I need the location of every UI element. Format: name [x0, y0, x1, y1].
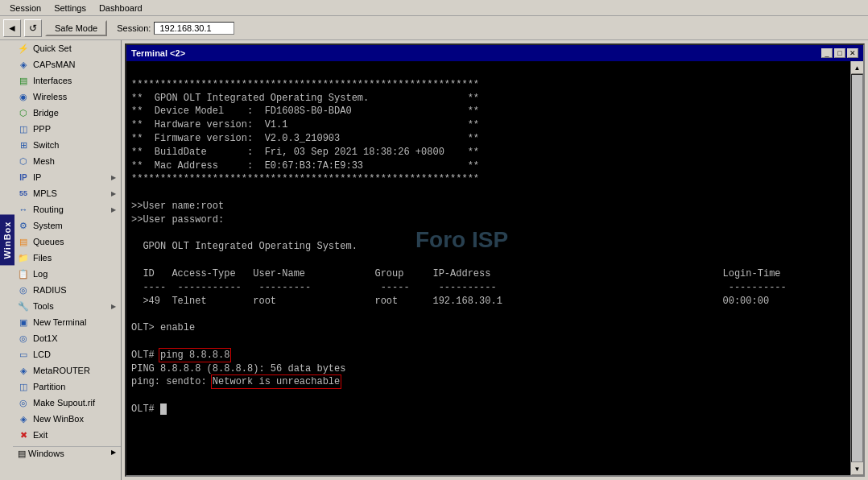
- terminal-body[interactable]: ****************************************…: [126, 61, 850, 475]
- wireless-icon: ◉: [18, 91, 29, 102]
- sidebar-item-new-winbox[interactable]: ◈ New WinBox: [13, 411, 121, 427]
- terminal-line-sendto: ping: sendto: Network is unreachable: [131, 376, 340, 387]
- toolbar: ◄ ↺ Safe Mode Session: 192.168.30.1: [0, 16, 868, 40]
- capsman-icon: ◈: [18, 59, 29, 70]
- windows-label: Windows: [28, 449, 64, 458]
- scroll-down-button[interactable]: ▼: [851, 462, 864, 475]
- sidebar-item-ip[interactable]: IP IP: [13, 169, 121, 185]
- queues-icon: ▤: [18, 236, 29, 247]
- sidebar-item-label: Tools: [33, 301, 54, 311]
- sidebar-item-metarouter[interactable]: ◈ MetaROUTER: [13, 362, 121, 379]
- terminal-line-olt-hash: OLT# ping 8.8.8.8: [131, 350, 229, 361]
- terminal-line-5: ** Firmware version: V2.0.3_210903 **: [131, 133, 479, 144]
- terminal-line-ping: PING 8.8.8.8 (8.8.8.8): 56 data bytes: [131, 363, 345, 374]
- sidebar-item-label: Switch: [33, 140, 59, 150]
- terminal-line-11: GPON OLT Integrated Operating System.: [131, 241, 358, 252]
- make-supout-icon: ◎: [18, 397, 29, 408]
- routing-icon: ↔: [18, 204, 29, 215]
- terminal-line-10: >>User password:: [131, 214, 224, 226]
- sidebar-item-label: Quick Set: [33, 43, 72, 53]
- sidebar-item-label: Files: [33, 253, 52, 263]
- terminal-window[interactable]: Terminal <2> _ □ ✕ *********************…: [125, 43, 865, 477]
- terminal-line-2: ** GPON OLT Integrated Operating System.…: [131, 93, 479, 104]
- terminal-line-enable: OLT> enable: [131, 322, 195, 333]
- sidebar-item-tools[interactable]: 🔧 Tools: [13, 298, 121, 314]
- sidebar-item-interfaces[interactable]: ▤ Interfaces: [13, 72, 121, 89]
- sidebar-item-label: New Terminal: [33, 317, 86, 327]
- forward-button[interactable]: ↺: [24, 19, 42, 37]
- terminal-line-7: ** Mac Address : E0:67:B3:7A:E9:33 **: [131, 160, 479, 172]
- files-icon: 📁: [18, 252, 29, 263]
- sidebar-item-label: MetaROUTER: [33, 366, 90, 375]
- sidebar-item-wireless[interactable]: ◉ Wireless: [13, 89, 121, 105]
- terminal-line-8: ****************************************…: [131, 173, 479, 184]
- winbox-label: WinBox: [0, 215, 14, 266]
- sidebar-item-label: New WinBox: [33, 414, 84, 424]
- sidebar-item-label: Partition: [33, 382, 65, 391]
- terminal-title-buttons: _ □ ✕: [821, 48, 858, 58]
- bridge-icon: ⬡: [18, 107, 29, 118]
- scroll-up-button[interactable]: ▲: [851, 61, 864, 74]
- menu-session[interactable]: Session: [3, 2, 48, 14]
- main-layout: WinBox ⚡ Quick Set ◈ CAPsMAN ▤ Interface…: [0, 40, 868, 480]
- session-label: Session:: [117, 23, 151, 33]
- tools-icon: 🔧: [18, 300, 29, 312]
- maximize-button[interactable]: □: [834, 48, 845, 58]
- radius-icon: ◎: [18, 284, 29, 296]
- sidebar-item-label: System: [33, 221, 63, 230]
- scrollbar-track[interactable]: [851, 74, 863, 462]
- sidebar-item-exit[interactable]: ✖ Exit: [13, 427, 121, 443]
- sidebar-item-label: Dot1X: [33, 333, 58, 343]
- sidebar: ⚡ Quick Set ◈ CAPsMAN ▤ Interfaces ◉ Wir…: [13, 40, 122, 480]
- new-terminal-icon: ▣: [18, 317, 29, 328]
- mesh-icon: ⬡: [18, 155, 29, 167]
- close-button[interactable]: ✕: [847, 48, 858, 58]
- sidebar-item-switch[interactable]: ⊞ Switch: [13, 137, 121, 153]
- menu-bar: Session Settings Dashboard: [0, 0, 868, 16]
- mpls-icon: 55: [18, 188, 29, 199]
- back-button[interactable]: ◄: [3, 19, 21, 37]
- sidebar-item-label: Mesh: [33, 156, 55, 166]
- sidebar-item-new-terminal[interactable]: ▣ New Terminal: [13, 314, 121, 330]
- sidebar-item-label: Interfaces: [33, 76, 72, 85]
- sidebar-item-dot1x[interactable]: ◎ Dot1X: [13, 330, 121, 346]
- terminal-line-9: >>User name:root: [131, 201, 224, 212]
- lcd-icon: ▭: [18, 349, 29, 360]
- sidebar-item-quick-set[interactable]: ⚡ Quick Set: [13, 40, 121, 56]
- sidebar-item-system[interactable]: ⚙ System: [13, 217, 121, 234]
- sidebar-item-queues[interactable]: ▤ Queues: [13, 234, 121, 250]
- menu-dashboard[interactable]: Dashboard: [93, 2, 149, 14]
- terminal-scrollbar: ▲ ▼: [850, 61, 863, 475]
- sidebar-item-partition[interactable]: ◫ Partition: [13, 379, 121, 395]
- menu-settings[interactable]: Settings: [48, 2, 93, 14]
- sidebar-item-routing[interactable]: ↔ Routing: [13, 201, 121, 217]
- sidebar-item-mpls[interactable]: 55 MPLS: [13, 185, 121, 201]
- session-value: 192.168.30.1: [154, 22, 234, 35]
- sidebar-item-lcd[interactable]: ▭ LCD: [13, 346, 121, 362]
- safe-mode-button[interactable]: Safe Mode: [45, 20, 107, 36]
- sidebar-item-capsman[interactable]: ◈ CAPsMAN: [13, 56, 121, 72]
- sidebar-item-mesh[interactable]: ⬡ Mesh: [13, 153, 121, 169]
- interfaces-icon: ▤: [18, 75, 29, 86]
- dot1x-icon: ◎: [18, 333, 29, 344]
- sidebar-windows[interactable]: ▤ Windows ▶: [13, 446, 121, 462]
- terminal-line-3: ** Device Model : FD1608S-B0-BDA0 **: [131, 106, 479, 117]
- minimize-button[interactable]: _: [821, 48, 833, 58]
- sidebar-item-label: Bridge: [33, 108, 59, 118]
- sidebar-item-files[interactable]: 📁 Files: [13, 250, 121, 266]
- system-icon: ⚙: [18, 220, 29, 231]
- sidebar-item-label: Log: [33, 269, 48, 279]
- sidebar-item-label: MPLS: [33, 188, 57, 198]
- content-area: Terminal <2> _ □ ✕ *********************…: [122, 40, 868, 480]
- sidebar-item-ppp[interactable]: ◫ PPP: [13, 121, 121, 137]
- windows-arrow: ▤: [18, 449, 28, 458]
- sidebar-item-log[interactable]: 📋 Log: [13, 266, 121, 282]
- sidebar-item-label: LCD: [33, 350, 51, 359]
- sidebar-item-radius[interactable]: ◎ RADIUS: [13, 282, 121, 298]
- log-icon: 📋: [18, 268, 29, 279]
- sidebar-item-label: Queues: [33, 237, 64, 246]
- switch-icon: ⊞: [18, 139, 29, 151]
- sidebar-item-make-supout[interactable]: ◎ Make Supout.rif: [13, 395, 121, 411]
- terminal-line-table-sep: ---- ----------- --------- ----- -------…: [131, 282, 787, 293]
- sidebar-item-bridge[interactable]: ⬡ Bridge: [13, 105, 121, 121]
